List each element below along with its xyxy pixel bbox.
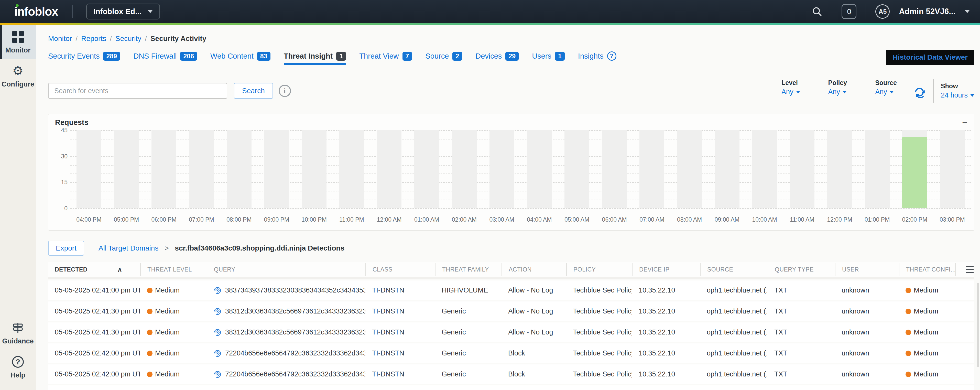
x-axis-label: 10:00 PM — [295, 216, 333, 223]
user-menu[interactable]: Admin 52VJ6... — [899, 7, 955, 16]
x-axis-label: 06:00 AM — [596, 216, 633, 223]
cell-query: 38373439373833323038363434352c343435393.… — [207, 287, 365, 294]
detection-row[interactable]: 05-05-2025 02:42:00 pm UTCMedium72204b65… — [48, 365, 974, 384]
threat-insight-icon — [213, 349, 221, 358]
severity-dot-icon — [905, 309, 911, 314]
chart-slot-0600pm — [145, 130, 183, 208]
accent-gradient-bar — [0, 23, 980, 25]
notification-count[interactable]: 0 — [842, 4, 856, 19]
column-header-query_type[interactable]: QUERY TYPE — [768, 263, 835, 276]
cell-detected: 05-05-2025 02:42:00 pm UTC — [48, 349, 140, 357]
tab-threat-insight[interactable]: Threat Insight1 — [284, 52, 346, 63]
detection-row[interactable]: 05-05-2025 02:41:30 pm UTCMedium38312d30… — [48, 301, 974, 321]
sidebar-item-guidance[interactable]: Guidance — [0, 316, 36, 350]
cell-class: TI-DNSTN — [365, 287, 435, 294]
chevron-down-icon[interactable] — [965, 10, 970, 13]
cell-detected: 05-05-2025 02:41:30 pm UTC — [48, 307, 140, 315]
gear-icon: ⚙ — [2, 64, 34, 78]
breadcrumb-link-monitor[interactable]: Monitor — [48, 35, 72, 43]
tab-dns-firewall[interactable]: DNS Firewall206 — [133, 52, 197, 63]
breadcrumb-separator: / — [145, 35, 147, 43]
column-header-source[interactable]: SOURCE — [700, 263, 768, 276]
avatar[interactable]: A5 — [875, 4, 890, 19]
breadcrumb-link-security[interactable]: Security — [115, 35, 141, 43]
column-settings-icon[interactable] — [966, 266, 974, 273]
filter-divider — [933, 79, 934, 103]
tab-insights[interactable]: Insights? — [578, 51, 616, 63]
column-header-threat_level[interactable]: THREAT LEVEL — [140, 263, 207, 276]
search-button[interactable]: Search — [234, 83, 273, 99]
app-switcher-button[interactable]: Infoblox Ed... — [86, 3, 160, 19]
tab-users[interactable]: Users1 — [532, 52, 565, 63]
detection-row[interactable]: 05-05-2025 02:41:30 pm UTCMedium38312d30… — [48, 322, 974, 342]
detection-row[interactable]: 05-05-2025 02:41:00 pm UTCMedium38373439… — [48, 280, 974, 300]
all-target-domains-link[interactable]: All Target Domains — [99, 244, 158, 252]
tab-source[interactable]: Source2 — [425, 52, 462, 63]
x-axis-label: 04:00 AM — [520, 216, 558, 223]
policy-dropdown[interactable]: Any — [828, 88, 847, 96]
topbar-divider — [832, 3, 832, 19]
sidebar-item-help[interactable]: ?Help — [0, 350, 36, 384]
help-icon[interactable]: ? — [607, 51, 616, 60]
cell-source: oph1.techblue.net (... — [700, 349, 768, 357]
hour-band — [490, 130, 514, 208]
column-header-policy[interactable]: POLICY — [566, 263, 632, 276]
column-header-query[interactable]: QUERY — [207, 263, 365, 276]
column-header-family[interactable]: THREAT FAMILY — [435, 263, 501, 276]
cell-confidence: Medium — [899, 349, 955, 357]
show-dropdown[interactable]: 24 hours — [941, 91, 974, 99]
info-icon[interactable]: i — [278, 85, 291, 97]
x-axis-label: 10:00 AM — [746, 216, 783, 223]
x-axis-label: 03:00 PM — [934, 216, 971, 223]
tab-security-events[interactable]: Security Events289 — [48, 52, 120, 63]
breadcrumb-separator: / — [75, 35, 78, 43]
column-header-class[interactable]: CLASS — [365, 263, 435, 276]
column-header-user[interactable]: USER — [835, 263, 899, 276]
policy-filter: PolicyAny — [828, 79, 847, 96]
requests-bar[interactable] — [902, 137, 927, 208]
column-header-label: USER — [842, 266, 859, 273]
column-header-label: ACTION — [509, 266, 532, 273]
x-axis-label: 02:00 AM — [445, 216, 483, 223]
logo-dot-icon — [16, 4, 19, 7]
table-scrollbar[interactable] — [977, 283, 979, 367]
level-dropdown[interactable]: Any — [781, 88, 800, 96]
search-icon[interactable] — [811, 6, 822, 17]
hour-band — [414, 130, 439, 208]
export-button[interactable]: Export — [48, 241, 84, 256]
cell-family: Generic — [435, 328, 501, 336]
column-header-action[interactable]: ACTION — [501, 263, 566, 276]
cell-query: 72204b656e6e6564792c3632332d33362d3436..… — [207, 349, 365, 358]
detection-row[interactable]: 05-05-2025 02:42:00 pm UTCMedium72204b65… — [48, 344, 974, 363]
sort-ascending-icon: ∧ — [117, 266, 122, 274]
refresh-icon[interactable] — [915, 88, 926, 100]
threat-insight-icon — [213, 328, 221, 336]
search-input[interactable] — [48, 83, 227, 99]
x-axis-label: 04:00 PM — [70, 216, 108, 223]
sidebar-item-monitor[interactable]: Monitor — [0, 25, 36, 59]
column-header-confidence[interactable]: THREAT CONFI... — [899, 263, 955, 276]
cell-policy: Techblue Sec Policy — [566, 307, 632, 315]
tab-threat-view[interactable]: Threat View7 — [359, 52, 412, 63]
query-value: 72204b656e6e6564792c3632332d33362d3436..… — [225, 370, 365, 378]
column-header-device_ip[interactable]: DEVICE IP — [632, 263, 700, 276]
source-dropdown[interactable]: Any — [875, 88, 897, 96]
collapse-panel-icon[interactable]: − — [962, 120, 967, 125]
cell-device_ip: 10.35.22.10 — [632, 328, 700, 336]
cell-action: Allow - No Log — [501, 328, 566, 336]
historical-data-viewer-button[interactable]: Historical Data Viewer — [886, 50, 974, 65]
detection-row[interactable]: 05-05-2025 02:42:30 pm UTCMedium372c3336… — [48, 385, 974, 390]
breadcrumb-separator: / — [110, 35, 112, 43]
cell-family: HIGHVOLUME — [435, 287, 501, 294]
breadcrumb-link-reports[interactable]: Reports — [81, 35, 106, 43]
requests-chart: 0153045 — [70, 130, 971, 208]
tab-web-content[interactable]: Web Content83 — [210, 52, 270, 63]
column-header-detected[interactable]: DETECTED∧ — [48, 263, 140, 276]
sidebar-item-configure[interactable]: ⚙Configure — [0, 59, 36, 93]
cell-policy: Techblue Sec Policy — [566, 370, 632, 378]
tab-devices[interactable]: Devices29 — [476, 52, 519, 63]
cell-family: Generic — [435, 349, 501, 357]
tab-count-badge: 83 — [257, 52, 270, 60]
chevron-down-icon — [843, 91, 847, 93]
hour-band — [565, 130, 589, 208]
